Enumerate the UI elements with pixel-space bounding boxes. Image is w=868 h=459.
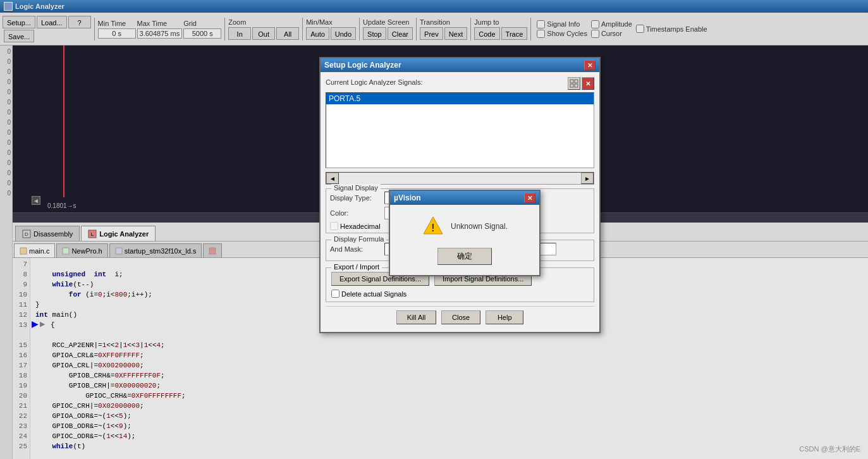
nav-scrollbar[interactable] xyxy=(339,173,581,184)
grid-icon xyxy=(570,79,578,88)
uvision-dialog: µVision ✕ ! Unknown Signal. 确定 xyxy=(389,190,541,276)
svg-rect-10 xyxy=(570,84,573,87)
svg-rect-8 xyxy=(570,80,573,83)
signal-item-porta5-label: PORTA.5 xyxy=(329,94,360,103)
hexadecimal-checkbox[interactable] xyxy=(330,222,338,230)
hexadecimal-label: Hexadecimal xyxy=(340,223,381,230)
signals-label: Current Logic Analyzer Signals: xyxy=(326,78,422,86)
signal-display-legend: Signal Display xyxy=(331,184,381,192)
nav-left-btn[interactable]: ◄ xyxy=(326,173,339,184)
close-button[interactable]: Close xyxy=(441,310,480,324)
display-formula-legend: Display Formula xyxy=(331,235,386,243)
delete-signals-row: Delete actual Signals xyxy=(331,290,589,298)
svg-rect-11 xyxy=(575,84,578,87)
delete-signals-checkbox[interactable] xyxy=(331,290,339,298)
uvision-dialog-body: ! Unknown Signal. 确定 xyxy=(390,205,539,275)
nav-right-btn[interactable]: ► xyxy=(581,173,594,184)
signals-toolbar-delete-btn[interactable]: ✕ xyxy=(582,77,594,90)
setup-dialog-title-text: Setup Logic Analyzer xyxy=(324,61,401,70)
uvision-dialog-title-text: µVision xyxy=(394,193,421,202)
delete-signals-label: Delete actual Signals xyxy=(341,290,406,298)
svg-rect-9 xyxy=(575,80,578,83)
uvision-message-row: ! Unknown Signal. xyxy=(422,215,508,238)
signals-toolbar: ✕ xyxy=(568,77,594,90)
color-label: Color: xyxy=(330,209,381,217)
display-type-label: Display Type: xyxy=(330,194,381,202)
uvision-dialog-close-button[interactable]: ✕ xyxy=(524,193,535,203)
nav-row: ◄ ► xyxy=(326,172,594,185)
signals-list[interactable]: PORTA.5 xyxy=(326,92,594,168)
kill-all-button[interactable]: Kill All xyxy=(396,310,436,324)
warning-icon: ! xyxy=(422,215,444,238)
help-dialog-button[interactable]: Help xyxy=(486,310,523,324)
signal-item-porta5[interactable]: PORTA.5 xyxy=(326,93,594,104)
setup-dialog-buttons: Kill All Close Help xyxy=(326,306,594,327)
signals-list-header: Current Logic Analyzer Signals: ✕ xyxy=(326,77,594,90)
svg-text:!: ! xyxy=(431,223,434,233)
setup-dialog-title: Setup Logic Analyzer ✕ xyxy=(321,58,599,72)
signals-toolbar-grid-btn[interactable] xyxy=(568,77,580,90)
uvision-message-text: Unknown Signal. xyxy=(451,222,508,231)
uvision-ok-button[interactable]: 确定 xyxy=(437,248,492,265)
setup-dialog-close-button[interactable]: ✕ xyxy=(584,60,596,70)
export-import-legend: Export / Import xyxy=(331,263,382,271)
warning-triangle-svg: ! xyxy=(422,215,444,238)
and-mask-label: And Mask: xyxy=(330,245,381,253)
uvision-dialog-title: µVision ✕ xyxy=(390,191,539,205)
